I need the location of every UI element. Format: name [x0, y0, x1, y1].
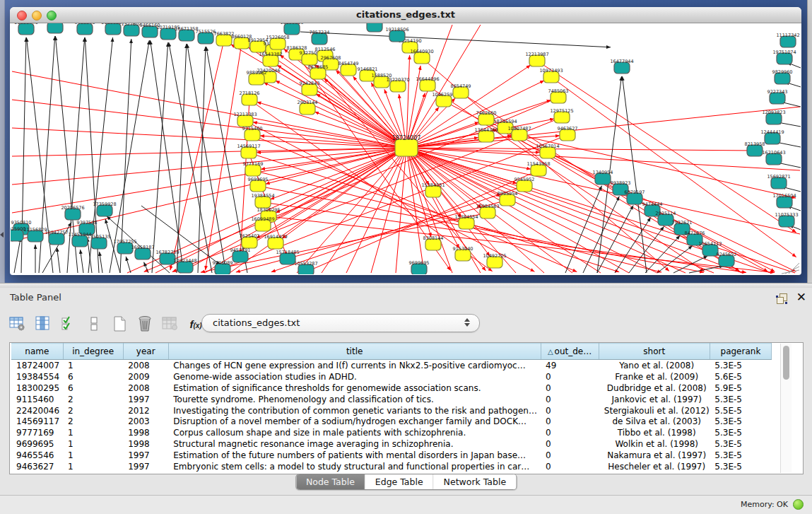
- table-cell[interactable]: Dudbridge et al. (2008): [599, 382, 710, 394]
- table-cell[interactable]: 1: [63, 450, 123, 461]
- table-cell[interactable]: 2: [63, 394, 123, 405]
- table-cell[interactable]: 5.3E-5: [710, 438, 771, 450]
- tab-node-table[interactable]: Node Table: [296, 474, 365, 489]
- table-cell[interactable]: 5.3E-5: [710, 394, 771, 405]
- table-cell[interactable]: 0: [541, 371, 599, 382]
- table-cell[interactable]: Franke et al. (2009): [599, 371, 710, 382]
- delete-column-button[interactable]: [134, 313, 155, 334]
- table-cell[interactable]: Wolkin et al. (1998): [599, 438, 710, 450]
- table-cell[interactable]: 1998: [123, 427, 168, 438]
- table-cell[interactable]: de Silva et al. (2003): [599, 416, 710, 427]
- table-cell[interactable]: 5.9E-5: [710, 382, 771, 394]
- table-cell[interactable]: 0: [541, 394, 599, 405]
- collapse-left-icon[interactable]: [0, 232, 4, 238]
- network-canvas[interactable]: 7663822866012889129549327508152260581654…: [11, 23, 801, 274]
- table-cell[interactable]: Tourette syndrome. Phenomenology and cla…: [168, 394, 541, 405]
- table-cell[interactable]: Disruption of a novel member of a sodium…: [168, 416, 541, 427]
- show-columns-button[interactable]: [33, 313, 54, 334]
- table-cell[interactable]: 18300295: [11, 382, 63, 394]
- table-row[interactable]: 1938455462009Genome-wide association stu…: [11, 371, 772, 382]
- column-header-name[interactable]: name: [11, 344, 63, 360]
- table-cell[interactable]: 0: [541, 382, 599, 394]
- column-header-title[interactable]: title: [168, 344, 541, 360]
- table-cell[interactable]: 1: [63, 438, 123, 450]
- table-cell[interactable]: 0: [541, 450, 599, 461]
- table-cell[interactable]: 5.6E-5: [710, 371, 771, 382]
- table-cell[interactable]: Investigating the contribution of common…: [168, 405, 541, 416]
- right-splitter-strip[interactable]: [807, 0, 812, 283]
- table-cell[interactable]: Structural magnetic resonance image aver…: [168, 438, 541, 450]
- table-cell[interactable]: Yano et al. (2008): [599, 360, 710, 371]
- table-row[interactable]: 2242004622012Investigating the contribut…: [11, 405, 772, 416]
- close-window-icon[interactable]: [17, 11, 27, 21]
- table-cell[interactable]: 1: [63, 360, 123, 371]
- memory-status-indicator[interactable]: [793, 499, 804, 510]
- window-titlebar[interactable]: citations_edges.txt: [10, 7, 801, 23]
- table-cell[interactable]: 2: [63, 416, 123, 427]
- table-cell[interactable]: 2009: [123, 371, 168, 382]
- table-cell[interactable]: 5.3E-5: [710, 416, 771, 427]
- hub-node[interactable]: [395, 139, 418, 156]
- column-header-pagerank[interactable]: pagerank: [710, 344, 771, 360]
- left-splitter-strip[interactable]: [0, 0, 5, 283]
- table-row[interactable]: 911546021997Tourette syndrome. Phenomeno…: [11, 394, 772, 405]
- table-cell[interactable]: 1997: [123, 461, 168, 472]
- table-cell[interactable]: 9465546: [11, 450, 63, 461]
- table-scrollbar-thumb[interactable]: [783, 346, 789, 380]
- table-cell[interactable]: 0: [541, 461, 599, 472]
- table-cell[interactable]: 0: [541, 427, 599, 438]
- table-scrollbar[interactable]: [780, 344, 792, 473]
- table-cell[interactable]: 1997: [123, 450, 168, 461]
- minimize-window-icon[interactable]: [32, 11, 42, 21]
- zoom-window-icon[interactable]: [47, 11, 57, 21]
- table-cell[interactable]: 1: [63, 427, 123, 438]
- table-cell[interactable]: 0: [541, 405, 599, 416]
- table-cell[interactable]: 2: [63, 405, 123, 416]
- table-cell[interactable]: 9699695: [11, 438, 63, 450]
- graph-node[interactable]: [367, 23, 382, 32]
- rows-button[interactable]: [83, 313, 105, 334]
- table-selector-dropdown[interactable]: citations_edges.txt: [201, 314, 480, 332]
- column-header-year[interactable]: year: [123, 344, 168, 360]
- table-cell[interactable]: 1: [63, 461, 123, 472]
- table-cell[interactable]: 5.3E-5: [710, 461, 771, 472]
- table-row[interactable]: 1456911722003Disruption of a novel membe…: [11, 416, 772, 427]
- table-cell[interactable]: Hescheler et al. (1997): [599, 461, 710, 472]
- table-cell[interactable]: Tibbo et al. (1998): [599, 427, 710, 438]
- table-cell[interactable]: 0: [541, 416, 599, 427]
- citation-network-graph[interactable]: 7663822866012889129549327508152260581654…: [11, 23, 801, 274]
- table-cell[interactable]: 5.3E-5: [710, 360, 771, 371]
- tab-edge-table[interactable]: Edge Table: [365, 474, 434, 489]
- create-column-button[interactable]: [109, 313, 130, 334]
- table-cell[interactable]: 6: [63, 382, 123, 394]
- table-cell[interactable]: 18724007: [11, 360, 63, 371]
- table-cell[interactable]: 9463627: [11, 461, 63, 472]
- table-row[interactable]: 1830029562008Estimation of significance …: [11, 382, 772, 394]
- table-cell[interactable]: 9115460: [11, 394, 63, 405]
- graph-node[interactable]: [47, 23, 63, 33]
- table-cell[interactable]: Embryonic stem cells: a model to study s…: [168, 461, 541, 472]
- table-cell[interactable]: 9777169: [11, 427, 63, 438]
- table-cell[interactable]: 5.3E-5: [710, 427, 771, 438]
- select-all-columns-button[interactable]: [58, 313, 79, 334]
- table-cell[interactable]: 19384554: [11, 371, 63, 382]
- table-cell[interactable]: 49: [541, 360, 599, 371]
- table-mode-button[interactable]: [7, 313, 28, 334]
- table-cell[interactable]: Jankovic et al. (1997): [599, 394, 710, 405]
- table-cell[interactable]: 0: [541, 438, 599, 450]
- table-cell[interactable]: 2003: [123, 416, 168, 427]
- table-cell[interactable]: Estimation of the future numbers of pati…: [168, 450, 541, 461]
- table-cell[interactable]: 2012: [123, 405, 168, 416]
- table-row[interactable]: 977716911998Corpus callosum shape and si…: [11, 427, 772, 438]
- table-cell[interactable]: Corpus callosum shape and size in male p…: [168, 427, 541, 438]
- import-table-button[interactable]: [160, 313, 181, 334]
- column-header-indegree[interactable]: in_degree: [63, 344, 123, 360]
- table-cell[interactable]: 2008: [123, 382, 168, 394]
- table-row[interactable]: 946554611997Estimation of the future num…: [11, 450, 772, 461]
- table-cell[interactable]: 2008: [123, 360, 168, 371]
- table-cell[interactable]: 5.3E-5: [710, 450, 771, 461]
- table-cell[interactable]: 22420046: [11, 405, 63, 416]
- table-cell[interactable]: 1997: [123, 394, 168, 405]
- column-header-short[interactable]: short: [599, 344, 710, 360]
- table-cell[interactable]: Stergiakouli et al. (2012): [599, 405, 710, 416]
